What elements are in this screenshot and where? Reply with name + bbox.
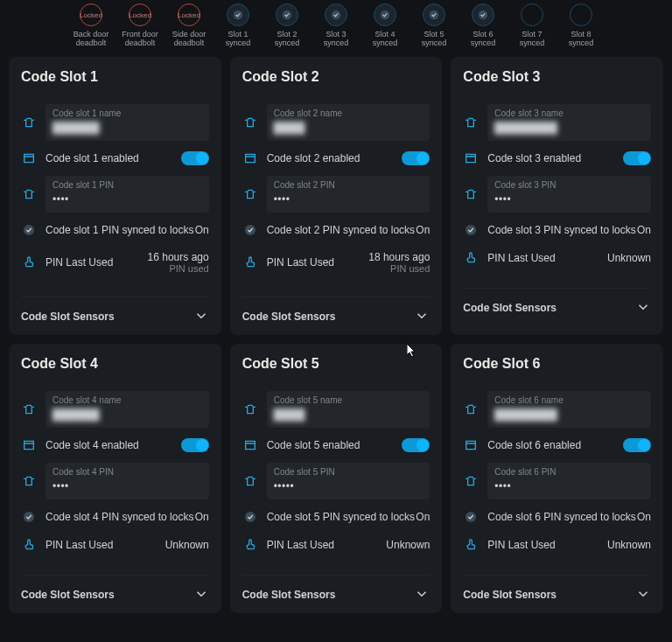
- sync-value: On: [416, 511, 430, 523]
- sync-label: Code slot 6 PIN synced to locks: [487, 511, 635, 523]
- code-slot-sensors-toggle[interactable]: Code Slot Sensors: [242, 575, 430, 604]
- chevron-down-icon: [635, 586, 651, 604]
- pin-last-used-time: 18 hours ago: [368, 251, 430, 263]
- field-label: Code slot 4 PIN: [52, 467, 202, 477]
- enabled-toggle[interactable]: [181, 438, 209, 452]
- chip-label: Slot 2 synced: [266, 30, 308, 48]
- check-circle-icon: [374, 3, 396, 26]
- chip-label: Slot 4 synced: [364, 30, 406, 48]
- pin-last-used-label: PIN Last Used: [267, 539, 334, 551]
- slot-pin-field[interactable]: Code slot 5 PIN •••••: [267, 463, 430, 499]
- status-chip[interactable]: Slot 1 synced: [217, 3, 259, 48]
- code-slot-sensors-toggle[interactable]: Code Slot Sensors: [21, 575, 209, 604]
- slot-name-value: ████: [274, 122, 305, 134]
- text-field-icon: [21, 402, 37, 416]
- slot-pin-field[interactable]: Code slot 6 PIN ••••: [487, 463, 651, 499]
- slot-name-value: ████████: [494, 408, 557, 421]
- card-title: Code Slot 2: [242, 69, 430, 85]
- code-slot-sensors-toggle[interactable]: Code Slot Sensors: [463, 288, 651, 318]
- check-circle-icon: [472, 3, 494, 26]
- enabled-label: Code slot 5 enabled: [267, 439, 360, 451]
- lock-icon: Locked: [129, 3, 151, 26]
- sync-value: On: [416, 224, 430, 236]
- text-field-icon: [242, 402, 258, 416]
- svg-point-10: [245, 512, 256, 522]
- status-chip[interactable]: Slot 2 synced: [266, 3, 308, 48]
- enabled-label: Code slot 3 enabled: [487, 152, 581, 164]
- text-field-icon: [242, 474, 258, 488]
- status-chip[interactable]: Slot 7 synced: [511, 3, 553, 48]
- sync-value: On: [195, 224, 209, 236]
- slots-grid: Code Slot 1 Code slot 1 name ██████ Code…: [0, 50, 672, 620]
- check-circle-icon: [423, 3, 445, 26]
- status-chip[interactable]: LockedBack door deadbolt: [70, 3, 112, 48]
- svg-point-6: [24, 225, 34, 235]
- pin-last-used-label: PIN Last Used: [46, 539, 113, 551]
- slot-name-value: ████: [274, 408, 305, 421]
- text-field-icon: [21, 115, 37, 129]
- chip-label: Slot 6 synced: [462, 30, 504, 48]
- field-label: Code slot 5 name: [274, 395, 424, 405]
- enabled-toggle[interactable]: [623, 438, 651, 452]
- pin-last-used-time: Unknown: [386, 539, 430, 551]
- touch-icon: [242, 538, 258, 552]
- status-chip[interactable]: Slot 8 synced: [560, 3, 602, 48]
- enabled-toggle[interactable]: [623, 151, 651, 165]
- pin-last-used-label: PIN Last Used: [267, 256, 334, 269]
- text-field-icon: [21, 474, 37, 488]
- chevron-down-icon: [635, 299, 651, 318]
- check-circle-icon: [325, 3, 347, 26]
- svg-point-2: [332, 10, 341, 20]
- card-title: Code Slot 4: [21, 356, 209, 372]
- slot-pin-field[interactable]: Code slot 3 PIN ••••: [487, 176, 651, 213]
- text-field-icon: [21, 187, 37, 201]
- enabled-toggle[interactable]: [402, 438, 430, 452]
- chip-label: Front door deadbolt: [119, 30, 161, 48]
- slot-pin-field[interactable]: Code slot 4 PIN ••••: [46, 463, 209, 499]
- code-slot-sensors-toggle[interactable]: Code Slot Sensors: [463, 575, 651, 604]
- code-slot-card: Code Slot 2 Code slot 2 name ████ Code s…: [230, 57, 443, 335]
- status-chip[interactable]: LockedFront door deadbolt: [119, 3, 161, 48]
- chip-label: Slot 7 synced: [511, 30, 553, 48]
- sync-label: Code slot 5 PIN synced to locks: [267, 511, 415, 523]
- slot-name-field[interactable]: Code slot 2 name ████: [267, 104, 430, 141]
- sync-label: Code slot 1 PIN synced to locks: [46, 224, 193, 236]
- svg-point-5: [479, 10, 488, 20]
- chip-label: Side door deadbolt: [168, 30, 210, 48]
- enabled-toggle[interactable]: [402, 151, 430, 165]
- svg-point-3: [381, 10, 390, 20]
- slot-name-field[interactable]: Code slot 6 name ████████: [487, 391, 651, 428]
- status-chip[interactable]: Slot 4 synced: [364, 3, 406, 48]
- enabled-toggle[interactable]: [181, 151, 209, 165]
- sync-label: Code slot 4 PIN synced to locks: [46, 511, 193, 523]
- card-title: Code Slot 3: [463, 69, 651, 85]
- check-circle-icon: [276, 3, 298, 26]
- form-icon: [242, 151, 258, 165]
- code-slot-sensors-toggle[interactable]: Code Slot Sensors: [21, 297, 209, 326]
- chevron-down-icon: [193, 586, 209, 604]
- field-label: Code slot 4 name: [52, 395, 202, 405]
- svg-point-4: [430, 10, 439, 20]
- field-label: Code slot 3 name: [494, 108, 644, 118]
- svg-point-0: [234, 10, 243, 20]
- svg-point-11: [466, 512, 476, 522]
- pin-last-used-time: Unknown: [607, 252, 651, 264]
- slot-pin-value: •••••: [274, 480, 295, 492]
- field-label: Code slot 3 PIN: [494, 180, 644, 190]
- slot-name-field[interactable]: Code slot 4 name ██████: [46, 391, 209, 428]
- sensors-label: Code Slot Sensors: [463, 589, 556, 601]
- card-title: Code Slot 1: [21, 69, 209, 85]
- status-chip[interactable]: Slot 6 synced: [462, 3, 504, 48]
- slot-name-field[interactable]: Code slot 1 name ██████: [46, 104, 209, 141]
- slot-pin-field[interactable]: Code slot 2 PIN ••••: [267, 176, 430, 213]
- slot-name-field[interactable]: Code slot 5 name ████: [267, 391, 430, 428]
- status-chip[interactable]: Slot 5 synced: [413, 3, 455, 48]
- pin-last-used-sub: PIN used: [368, 263, 430, 274]
- status-chip[interactable]: LockedSide door deadbolt: [168, 3, 210, 48]
- slot-pin-field[interactable]: Code slot 1 PIN ••••: [46, 176, 209, 213]
- text-field-icon: [242, 187, 258, 201]
- code-slot-sensors-toggle[interactable]: Code Slot Sensors: [242, 297, 430, 326]
- slot-name-field[interactable]: Code slot 3 name ████████: [487, 104, 651, 141]
- check-circle-icon: [21, 223, 37, 237]
- status-chip[interactable]: Slot 3 synced: [315, 3, 357, 48]
